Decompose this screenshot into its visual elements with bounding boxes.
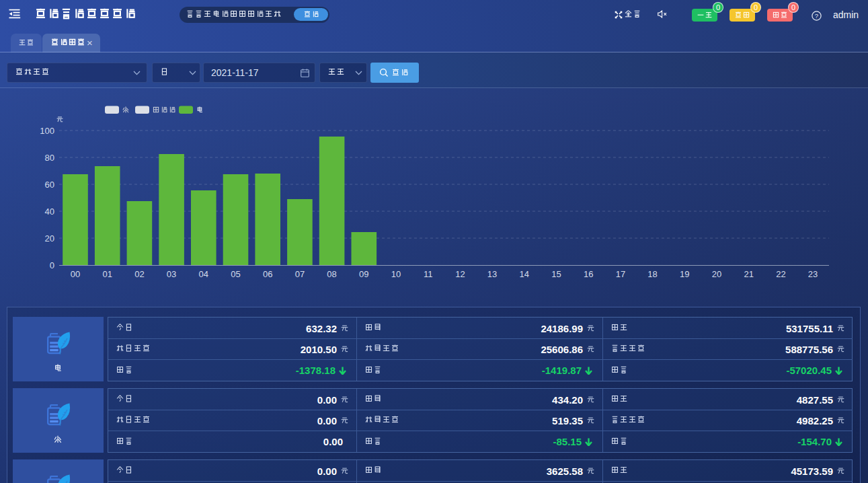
svg-text:17: 17 (616, 269, 625, 279)
svg-text:01: 01 (102, 269, 112, 279)
svg-text:15: 15 (551, 269, 561, 279)
svg-text:20: 20 (712, 269, 721, 279)
svg-text:19: 19 (680, 269, 689, 279)
svg-text:?: ? (815, 12, 818, 20)
svg-text:06: 06 (263, 269, 272, 279)
svg-text:03: 03 (167, 269, 176, 279)
svg-text:13: 13 (487, 269, 497, 279)
svg-text:14: 14 (520, 269, 529, 279)
svg-text:23: 23 (808, 269, 818, 279)
svg-text:04: 04 (199, 269, 208, 279)
svg-text:16: 16 (584, 269, 593, 279)
svg-text:07: 07 (295, 269, 305, 279)
svg-text:100: 100 (40, 126, 54, 136)
svg-text:20: 20 (45, 233, 54, 244)
svg-text:00: 00 (71, 269, 80, 279)
svg-text:09: 09 (359, 269, 368, 279)
svg-text:18: 18 (647, 269, 657, 279)
svg-text:21: 21 (744, 269, 753, 279)
svg-text:12: 12 (455, 269, 465, 279)
svg-text:22: 22 (776, 269, 785, 279)
svg-text:02: 02 (134, 269, 144, 279)
svg-text:0: 0 (50, 260, 54, 270)
svg-text:08: 08 (327, 269, 336, 279)
svg-text:80: 80 (45, 153, 54, 163)
svg-text:10: 10 (391, 269, 401, 279)
svg-text:11: 11 (424, 269, 433, 279)
svg-text:40: 40 (45, 207, 54, 217)
svg-text:60: 60 (45, 180, 54, 190)
svg-text:05: 05 (231, 269, 240, 279)
